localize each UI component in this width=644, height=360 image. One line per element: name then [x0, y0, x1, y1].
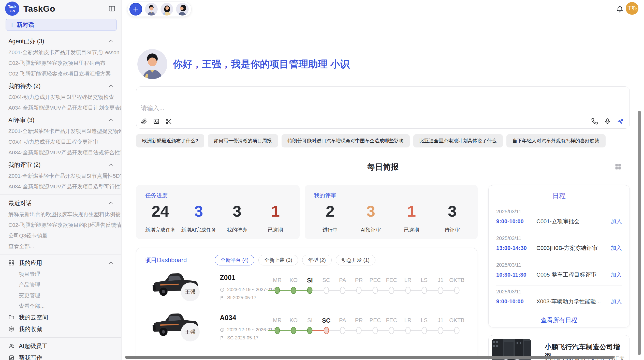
milestone-dot[interactable] [373, 327, 378, 334]
milestone-dot[interactable] [324, 287, 329, 294]
recent-chats-header[interactable]: 最近对话 [0, 197, 121, 209]
milestone-dot[interactable] [291, 287, 296, 294]
project-row[interactable]: 王强A0342023-12-19 ~ 2026-01-19SC-2025-05-… [136, 307, 477, 348]
chevron-up-icon[interactable] [108, 260, 114, 266]
milestone-dot[interactable] [356, 287, 362, 294]
recent-chat-item[interactable]: 公司Q3轻卡销量 [0, 230, 121, 241]
sidebar-item[interactable]: A034-全新新能源MUV产品开发项目计划变更表编写 [0, 102, 121, 113]
attachment-icon[interactable] [140, 118, 147, 125]
tool-ai-super-staff[interactable]: AI超级员工 [0, 340, 121, 352]
milestone-dot[interactable] [389, 287, 394, 294]
chevron-up-icon[interactable] [108, 117, 114, 123]
milestone-dot[interactable] [454, 327, 460, 334]
sidebar-collapse-icon[interactable] [108, 5, 116, 12]
user-avatar[interactable]: 王强 [626, 2, 638, 15]
sidebar-item[interactable]: C0X4-动力总成开发项目工程变更评审 [0, 137, 121, 147]
recent-chat-item[interactable]: C02-飞腾新能源轻客改款项目的闭环通告反馈情况 [0, 220, 121, 230]
milestone-dot[interactable] [291, 327, 296, 334]
sidebar-item[interactable]: Z001-全新燃油轻卡产品开发项目SI造型提交物评审 [0, 126, 121, 137]
milestone-dot[interactable] [307, 287, 313, 294]
sidebar-section-header[interactable]: Agent已办 (3) [0, 35, 121, 47]
chat-input[interactable]: 请输入... [136, 86, 630, 129]
sidebar-section-header[interactable]: AI评审 (3) [0, 114, 121, 126]
flag-icon [220, 336, 225, 340]
app-sub-item[interactable]: 项目管理 [0, 269, 121, 279]
suggestion-chip[interactable]: 如何写一份清晰的项目周报 [208, 134, 278, 147]
milestone-dot[interactable] [438, 287, 443, 294]
section-title: 我的待办 (2) [8, 82, 108, 90]
sidebar-section-header[interactable]: 我的评审 (2) [0, 159, 121, 171]
chevron-up-icon[interactable] [108, 83, 114, 89]
milestone-dot[interactable] [340, 287, 345, 294]
milestone-dot[interactable] [421, 327, 427, 334]
stat: 1已逾期 [391, 203, 432, 235]
project-row[interactable]: 王强Z0012023-12-19 ~ 2027-01-19SI-2025-05-… [136, 267, 477, 307]
schedule-name: C005-整车工程目标评审 [536, 271, 611, 279]
tool-help-me-write[interactable]: 帮我写作 [0, 352, 121, 360]
join-link[interactable]: 加入 [611, 244, 622, 252]
join-link[interactable]: 加入 [611, 218, 622, 225]
notifications-bell-icon[interactable] [616, 6, 624, 13]
session-avatars-bar [127, 2, 192, 17]
dashboard-tab[interactable]: 动总开发 (1) [336, 255, 375, 265]
view-all-schedule-link[interactable]: 查看所有日程 [489, 316, 630, 324]
send-icon[interactable] [617, 118, 624, 125]
suggestion-chip[interactable]: 特朗普可能对进口汽车增税会对中国车企造成哪些影响 [282, 134, 410, 147]
suggestion-chip[interactable]: 欧洲新规最近颁布了什么? [136, 134, 204, 147]
avatar-member-3[interactable] [176, 3, 189, 16]
app-sub-item[interactable]: 查看全部... [0, 301, 121, 311]
chevron-up-icon[interactable] [108, 162, 114, 168]
sidebar-item[interactable]: C0X4-动力总成开发项目SI里程碑提交物检查 [0, 92, 121, 102]
milestone-dot[interactable] [307, 327, 313, 334]
milestone-dot[interactable] [438, 327, 443, 334]
chevron-up-icon[interactable] [108, 38, 114, 44]
new-chat-button[interactable]: + 新对话 [6, 19, 117, 31]
app-logo: Task Go [5, 2, 19, 16]
add-session-button[interactable] [129, 3, 142, 16]
suggestion-chip[interactable]: 当下年轻人对汽车外观有怎样的喜好趋势 [506, 134, 606, 147]
milestone-dot[interactable] [454, 287, 460, 294]
milestone-dot[interactable] [275, 327, 280, 334]
join-link[interactable]: 加入 [611, 271, 622, 279]
my-apps-header[interactable]: 我的应用 [0, 257, 121, 269]
my-favorites-item[interactable]: 我的收藏 [0, 323, 121, 335]
sidebar-item[interactable]: A034-全新新能源MUV产品开发项目法规符合性评审 [0, 147, 121, 158]
milestone-dot[interactable] [356, 327, 362, 334]
chevron-up-icon[interactable] [108, 200, 114, 206]
sidebar-item[interactable]: A034-全新新能源MUV产品开发项目造型可行性评审 [0, 181, 121, 192]
phone-icon[interactable] [591, 118, 598, 125]
sidebar-section-header[interactable]: 我的待办 (2) [0, 80, 121, 92]
milestone-dot[interactable] [389, 327, 394, 334]
section-title: Agent已办 (3) [8, 37, 108, 45]
recent-chat-item[interactable]: 解释最新出台的欧盟报废车法规再生塑料比例被调至15%... [0, 209, 121, 220]
microphone-icon[interactable] [604, 118, 611, 125]
milestone-dot[interactable] [373, 287, 378, 294]
greeting-text: 你好，王强，我是你的项目管理助理 小识 [173, 58, 350, 71]
app-sub-item[interactable]: 变更管理 [0, 290, 121, 301]
suggestion-chip[interactable]: 比亚迪全固态电池计划具体说了什么 [413, 134, 503, 147]
layout-grid-icon[interactable] [614, 163, 622, 170]
sidebar-item[interactable]: Z001-全新燃油轻卡产品开发项目SI节点属性5D文件评审 [0, 171, 121, 181]
milestone-dot[interactable] [421, 287, 427, 294]
milestone-dot[interactable] [275, 287, 280, 294]
vertical-scrollbar[interactable] [638, 111, 641, 355]
dashboard-tab[interactable]: 年型 (2) [302, 255, 332, 265]
recent-chat-item[interactable]: 查看全部... [0, 241, 121, 252]
avatar-member-2[interactable] [160, 3, 173, 16]
scissors-icon[interactable] [165, 118, 172, 125]
avatar-member-1[interactable] [145, 3, 158, 16]
sidebar-item[interactable]: Z001-全新燃油皮卡产品开发项目SI节点Lesson Learn报告 [0, 47, 121, 58]
dashboard-tab[interactable]: 全新平台 (4) [215, 255, 254, 265]
milestone-dot[interactable] [340, 327, 345, 334]
my-cloud-item[interactable]: 我的云空间 [0, 311, 121, 323]
join-link[interactable]: 加入 [611, 298, 622, 305]
app-sub-item[interactable]: 产品管理 [0, 279, 121, 290]
horizontal-scrollbar[interactable] [125, 356, 614, 359]
sidebar-item[interactable]: C02-飞腾新能源轻客改款项目立项汇报方案 [0, 68, 121, 79]
dashboard-tab[interactable]: 全新上装 (3) [258, 255, 298, 265]
image-icon[interactable] [153, 118, 160, 125]
milestone-dot[interactable] [405, 287, 411, 294]
sidebar-item[interactable]: C02-飞腾新能源轻客改款项目里程碑画布 [0, 58, 121, 68]
milestone-dot[interactable] [405, 327, 411, 334]
milestone-dot[interactable] [324, 327, 329, 334]
